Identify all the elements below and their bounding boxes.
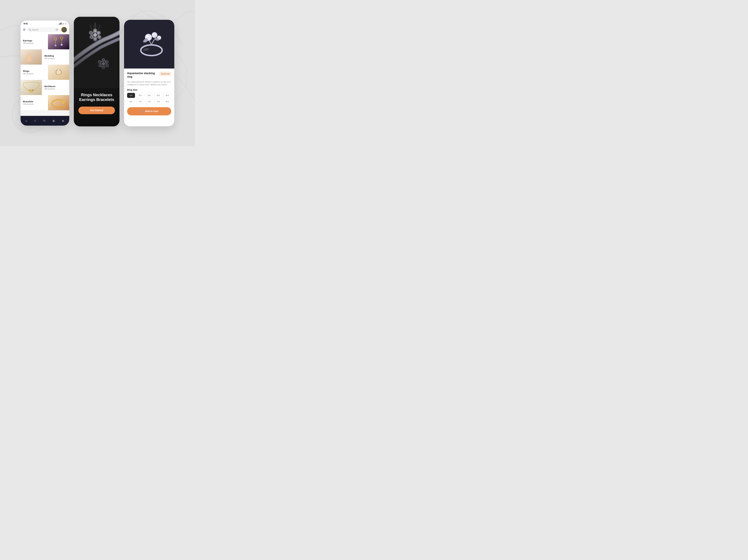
status-icons: ▲ ▭ — [59, 23, 66, 25]
category-name-necklaces: Necklaces — [44, 85, 67, 88]
nav-camera[interactable]: ⊙ — [32, 118, 38, 124]
product-header: Aquamarine stacking ring $325.00 — [127, 72, 171, 79]
size-btn-5-0[interactable]: 5.0 — [145, 93, 153, 98]
category-text-wedding: Wedding 190 products — [42, 49, 69, 65]
hero-inner: Rings Necklaces Earrings Bracelets Get S… — [74, 17, 119, 126]
category-text-earrings: Earrings 190 products — [21, 34, 48, 49]
phone-header: ☰ 🔍 Search ✕ 👤 — [21, 26, 69, 34]
nav-home[interactable]: ⌂ — [24, 118, 29, 124]
add-to-cart-label: Add to Cart — [145, 110, 158, 113]
phone-2-hero: Rings Necklaces Earrings Bracelets Get S… — [74, 17, 119, 126]
hero-title-line1: Rings Necklaces — [81, 93, 113, 97]
category-text-rings: Rings 190 products — [21, 65, 48, 80]
svg-point-68 — [158, 37, 159, 38]
category-image-earrings — [48, 34, 69, 49]
category-item-necklaces[interactable]: Necklaces 190 products — [21, 80, 69, 95]
category-image-bracelets — [48, 95, 69, 110]
nav-wallet[interactable]: ▣ — [50, 118, 57, 124]
hero-ring-art — [74, 17, 119, 88]
svg-point-18 — [31, 91, 32, 92]
category-count-bracelets: 190 products — [23, 103, 46, 105]
size-btn-7-5a[interactable]: 7.5 — [145, 99, 153, 104]
size-btn-6-5[interactable]: 6.5 — [127, 99, 135, 104]
user-avatar[interactable]: 👤 — [61, 27, 67, 32]
size-section-title: Ring Size — [127, 89, 171, 91]
menu-icon[interactable]: ☰ — [23, 28, 25, 31]
nav-profile[interactable]: ◉ — [60, 118, 66, 124]
category-name-earrings: Earrings — [23, 39, 46, 42]
size-btn-8-0[interactable]: 8.0 — [163, 99, 171, 104]
svg-rect-56 — [74, 17, 119, 88]
category-image-necklaces — [21, 80, 42, 95]
size-grid: 4.0 4.5 5.0 5.5 6.0 6.5 7.0 7.5 7.5 8.0 — [127, 93, 171, 104]
battery-icon: ▭ — [65, 23, 66, 25]
product-name: Aquamarine stacking ring — [127, 72, 158, 79]
product-detail-inner: Aquamarine stacking ring $325.00 Our sim… — [124, 20, 174, 126]
size-btn-7-0[interactable]: 7.0 — [136, 99, 144, 104]
svg-point-9 — [61, 44, 63, 46]
category-text-bracelets: Bracelets 190 products — [21, 95, 48, 110]
category-count-rings: 190 products — [23, 73, 46, 75]
category-count-wedding: 190 products — [44, 57, 67, 60]
svg-rect-3 — [48, 34, 69, 49]
phone-1-category-list: 9:41 ▲ ▭ ☰ 🔍 Search ✕ 👤 — [21, 21, 69, 125]
product-price: $325.00 — [159, 72, 171, 76]
category-text-necklaces: Necklaces 190 products — [42, 80, 69, 95]
size-btn-4-5[interactable]: 4.5 — [136, 93, 144, 98]
status-bar: 9:41 ▲ ▭ — [21, 21, 69, 26]
hero-title-line2: Earrings Bracelets — [79, 97, 114, 102]
product-image-area — [124, 20, 174, 69]
search-icon: 🔍 — [29, 29, 31, 31]
product-details: Aquamarine stacking ring $325.00 Our sim… — [124, 69, 174, 126]
wifi-icon: ▲ — [62, 23, 64, 24]
category-image-wedding — [21, 49, 42, 65]
hero-background: Rings Necklaces Earrings Bracelets Get S… — [74, 17, 119, 126]
size-btn-4-0[interactable]: 4.0 — [127, 93, 135, 98]
phones-container: 9:41 ▲ ▭ ☰ 🔍 Search ✕ 👤 — [0, 0, 195, 146]
product-description: Our simple gemstone stacker is sweet on … — [127, 80, 171, 86]
get-started-button[interactable]: Get Started — [78, 107, 115, 114]
hero-title: Rings Necklaces Earrings Bracelets — [78, 93, 115, 102]
search-clear-button[interactable]: ✕ — [55, 28, 58, 31]
category-item-bracelets[interactable]: Bracelets 190 products — [21, 95, 69, 110]
svg-point-25 — [63, 101, 64, 103]
category-name-bracelets: Bracelets — [23, 100, 46, 103]
hero-text-section: Rings Necklaces Earrings Bracelets Get S… — [74, 90, 119, 117]
svg-rect-21 — [48, 95, 69, 110]
category-list: Earrings 190 products — [21, 34, 69, 121]
svg-rect-57 — [124, 20, 174, 69]
search-input[interactable]: Search — [32, 29, 55, 31]
search-bar[interactable]: 🔍 Search ✕ — [27, 27, 60, 32]
bottom-navigation: ⌂ ⊙ ⚙ ▣ ◉ — [21, 116, 69, 125]
category-count-earrings: 190 products — [23, 42, 46, 44]
svg-point-62 — [146, 35, 148, 37]
svg-point-65 — [153, 33, 154, 35]
signal-icon — [59, 23, 62, 24]
category-name-rings: Rings — [23, 70, 46, 72]
svg-point-6 — [55, 45, 56, 46]
phone-3-product-detail: Aquamarine stacking ring $325.00 Our sim… — [124, 20, 174, 126]
category-image-rings — [48, 65, 69, 80]
status-time: 9:41 — [24, 22, 28, 25]
category-item-earrings[interactable]: Earrings 190 products — [21, 34, 69, 49]
nav-settings[interactable]: ⚙ — [41, 118, 47, 124]
category-item-rings[interactable]: Rings 190 products — [21, 65, 69, 80]
size-btn-5-5[interactable]: 5.5 — [154, 93, 162, 98]
svg-point-12 — [28, 56, 29, 57]
cart-icon: 🛒 — [140, 110, 143, 113]
add-to-cart-button[interactable]: 🛒 Add to Cart — [127, 107, 171, 115]
category-count-necklaces: 190 products — [44, 88, 67, 90]
category-item-wedding[interactable]: Wedding 190 products — [21, 49, 69, 65]
category-name-wedding: Wedding — [44, 54, 67, 57]
size-btn-7-5b[interactable]: 7.5 — [154, 99, 162, 104]
size-btn-6-0[interactable]: 6.0 — [163, 93, 171, 98]
